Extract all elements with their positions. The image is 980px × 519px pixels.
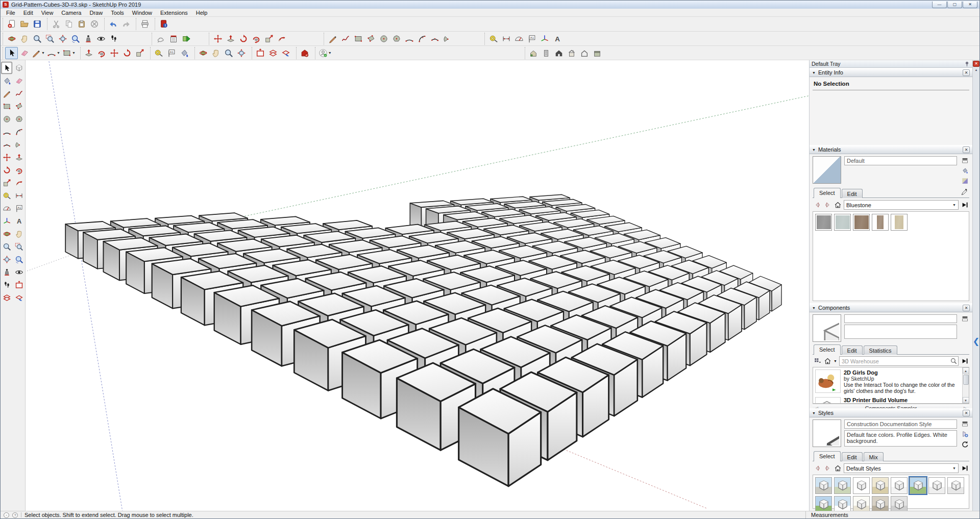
eraser-tool[interactable]	[13, 75, 24, 87]
scale-button-2[interactable]	[134, 47, 146, 59]
move-button[interactable]	[211, 33, 224, 45]
close-button[interactable]: ✕	[963, 2, 977, 8]
menu-tools[interactable]: Tools	[107, 9, 128, 16]
house-tool-1-button[interactable]	[527, 47, 540, 59]
orbit-button-2[interactable]	[197, 47, 210, 59]
maximize-button[interactable]: ▢	[947, 2, 962, 8]
arc-flyout-button-dropdown[interactable]: ▼	[57, 51, 60, 55]
menu-extensions[interactable]: Extensions	[156, 9, 192, 16]
style-thumbnail-3[interactable]	[853, 477, 870, 494]
3d-text-button[interactable]: A	[551, 33, 564, 45]
components-close-button[interactable]: ✕	[963, 305, 970, 311]
circle-tool[interactable]	[1, 113, 12, 125]
secondary-pane-icon[interactable]	[961, 314, 969, 323]
make-component-tool[interactable]	[13, 62, 24, 74]
text-tool[interactable]: A1	[13, 202, 24, 214]
open-button[interactable]	[18, 18, 31, 30]
menu-help[interactable]: Help	[192, 9, 212, 16]
scale-tool[interactable]	[1, 177, 12, 189]
text-button-2[interactable]: A1	[165, 47, 178, 59]
materials-tab-select[interactable]: Select	[814, 188, 841, 198]
style-thumbnail-6[interactable]	[910, 477, 926, 494]
search-icon[interactable]	[950, 357, 958, 365]
print-button[interactable]	[138, 18, 151, 30]
new-button[interactable]	[5, 18, 18, 30]
style-name-field[interactable]: Construction Documentation Style	[844, 419, 957, 429]
zoom-extents-button-2[interactable]	[235, 47, 248, 59]
details-arrow-icon[interactable]	[961, 201, 969, 209]
forward-icon[interactable]	[823, 201, 831, 209]
circle-button[interactable]	[377, 33, 390, 45]
account-button[interactable]: ▼	[317, 47, 333, 59]
section-cut-button[interactable]	[280, 47, 292, 59]
materials-header[interactable]: ▼ Materials ✕	[810, 145, 972, 154]
styles-tab-mix[interactable]: Mix	[864, 452, 884, 461]
styles-tab-edit[interactable]: Edit	[842, 452, 863, 461]
entity-list-button[interactable]	[167, 33, 180, 45]
component-name-field[interactable]	[844, 314, 957, 323]
component-list-item[interactable]: 2D Girls Dogby SketchUpUse the Interact …	[813, 367, 962, 395]
house-tool-3-button[interactable]	[553, 47, 566, 59]
back-icon[interactable]	[813, 464, 821, 473]
tape-measure-button-2[interactable]	[153, 47, 165, 59]
menu-file[interactable]: File	[2, 9, 19, 16]
secondary-pane-icon[interactable]	[961, 419, 969, 428]
follow-me-tool[interactable]	[13, 164, 24, 176]
viewport-3d[interactable]	[26, 60, 809, 511]
dimension-tool[interactable]	[13, 189, 24, 202]
zoom-tool[interactable]	[1, 240, 12, 253]
walk-tool[interactable]	[1, 279, 12, 291]
help-icon[interactable]: ?	[12, 512, 18, 518]
tray-scroll-up-icon[interactable]: ▲	[973, 67, 979, 73]
components-tab-statistics[interactable]: Statistics	[864, 345, 897, 355]
position-camera-tool[interactable]	[1, 266, 12, 278]
paint-bucket-button[interactable]	[178, 47, 191, 59]
house-tool-5-button[interactable]	[578, 47, 591, 59]
zoom-button-2[interactable]	[223, 47, 235, 59]
freehand-tool[interactable]	[13, 87, 24, 100]
collapse-caret-icon[interactable]: ▼	[812, 148, 816, 152]
style-thumbnail-4[interactable]	[872, 477, 889, 494]
entity-info-close-button[interactable]: ✕	[963, 69, 970, 76]
menu-edit[interactable]: Edit	[19, 9, 37, 16]
refresh-style-icon[interactable]	[961, 440, 969, 448]
scale-button[interactable]	[262, 33, 275, 45]
secondary-pane-icon[interactable]	[961, 156, 969, 164]
section-plane-tool[interactable]	[13, 279, 24, 291]
three-point-arc-button[interactable]	[428, 33, 441, 45]
zoom-button[interactable]	[31, 33, 43, 45]
tape-measure-tool[interactable]	[1, 189, 12, 202]
model-info-button[interactable]: i	[157, 18, 170, 30]
three-point-arc-tool[interactable]	[1, 138, 12, 151]
zoom-extents-tool[interactable]	[1, 253, 12, 265]
arc-flyout-button[interactable]: ▼	[46, 47, 61, 59]
chevron-down-icon[interactable]: ▼	[834, 359, 837, 363]
orbit-tool[interactable]	[1, 228, 12, 240]
material-swatch-2[interactable]	[834, 214, 851, 231]
create-material-icon[interactable]	[961, 166, 969, 175]
cut-button[interactable]	[50, 18, 62, 30]
pan-button[interactable]	[18, 33, 31, 45]
erase-button[interactable]	[88, 18, 101, 30]
axes-tool[interactable]	[1, 215, 12, 227]
menu-draw[interactable]: Draw	[85, 9, 107, 16]
follow-me-button[interactable]	[250, 33, 262, 45]
menu-camera[interactable]: Camera	[57, 9, 85, 16]
styles-close-button[interactable]: ✕	[963, 410, 970, 416]
text-button[interactable]: A1	[525, 33, 538, 45]
materials-collection-dropdown[interactable]: Bluestone ▼	[844, 200, 959, 210]
scroll-up-icon[interactable]: ▲	[963, 367, 969, 374]
move-button-2[interactable]	[108, 47, 121, 59]
house-tool-6-button[interactable]	[591, 47, 604, 59]
line-flyout-button-dropdown[interactable]: ▼	[41, 51, 45, 55]
push-pull-button[interactable]	[224, 33, 237, 45]
material-swatch-1[interactable]	[815, 214, 832, 231]
line-tool[interactable]	[1, 87, 12, 100]
in-model-home-icon[interactable]	[823, 357, 831, 365]
account-button-dropdown[interactable]: ▼	[328, 51, 332, 55]
collapse-caret-icon[interactable]: ▼	[812, 71, 816, 75]
styles-collection-dropdown[interactable]: Default Styles ▼	[844, 463, 959, 473]
paint-bucket-tool[interactable]	[1, 75, 12, 87]
components-header[interactable]: ▼ Components ✕	[810, 303, 972, 312]
tape-measure-button[interactable]	[487, 33, 500, 45]
